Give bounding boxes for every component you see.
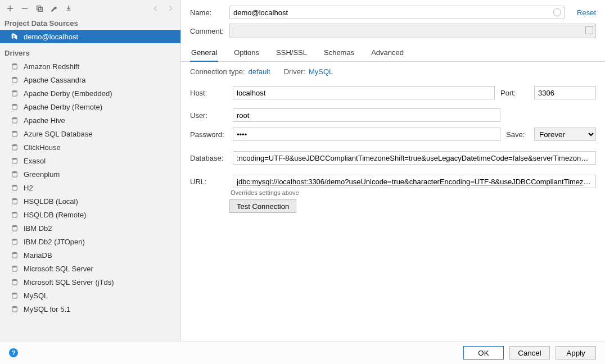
driver-item[interactable]: MySQL for 5.1 bbox=[0, 302, 180, 316]
svg-point-8 bbox=[12, 144, 17, 147]
driver-item[interactable]: IBM Db2 bbox=[0, 221, 180, 235]
wrench-icon[interactable] bbox=[48, 3, 60, 14]
password-input[interactable] bbox=[233, 128, 500, 141]
driver-label: H2 bbox=[24, 184, 33, 192]
driver-icon bbox=[10, 62, 19, 71]
svg-point-6 bbox=[12, 117, 17, 120]
remove-icon[interactable] bbox=[19, 3, 30, 14]
driver-item[interactable]: Microsoft SQL Server bbox=[0, 262, 180, 275]
user-label: User: bbox=[190, 111, 227, 120]
driver-icon bbox=[10, 291, 19, 300]
drivers-list: Amazon RedshiftApache CassandraApache De… bbox=[0, 60, 180, 316]
connection-type-value[interactable]: default bbox=[249, 67, 270, 76]
expand-icon[interactable] bbox=[585, 26, 593, 34]
driver-icon bbox=[10, 197, 19, 206]
driver-item[interactable]: Apache Derby (Embedded) bbox=[0, 87, 180, 100]
back-icon bbox=[150, 3, 161, 14]
test-connection-button[interactable]: Test Connection bbox=[229, 199, 296, 213]
driver-icon bbox=[10, 210, 19, 219]
driver-label: Microsoft SQL Server bbox=[24, 265, 93, 273]
svg-point-17 bbox=[12, 266, 17, 268]
color-circle-icon[interactable] bbox=[553, 8, 561, 16]
tab-general[interactable]: General bbox=[190, 48, 218, 61]
driver-label: Driver: bbox=[284, 67, 305, 76]
svg-point-18 bbox=[12, 279, 17, 281]
driver-item[interactable]: Apache Cassandra bbox=[0, 73, 180, 87]
driver-item[interactable]: Microsoft SQL Server (jTds) bbox=[0, 275, 180, 289]
save-select[interactable]: Forever bbox=[534, 128, 596, 141]
database-input[interactable] bbox=[233, 151, 596, 165]
dialog-footer: ? OK Cancel Apply bbox=[0, 341, 605, 364]
driver-item[interactable]: Exasol bbox=[0, 154, 180, 167]
add-icon[interactable] bbox=[4, 3, 16, 14]
driver-item[interactable]: MariaDB bbox=[0, 248, 180, 262]
comment-label: Comment: bbox=[190, 27, 224, 35]
data-source-item[interactable]: demo@localhost bbox=[0, 30, 180, 43]
driver-label: HSQLDB (Local) bbox=[24, 197, 78, 206]
tab-advanced[interactable]: Advanced bbox=[370, 48, 405, 61]
cancel-button[interactable]: Cancel bbox=[509, 346, 550, 360]
driver-item[interactable]: HSQLDB (Remote) bbox=[0, 208, 180, 221]
svg-point-13 bbox=[12, 212, 17, 214]
port-input[interactable] bbox=[534, 86, 596, 99]
tab-bar: GeneralOptionsSSH/SSLSchemasAdvanced bbox=[181, 43, 605, 62]
tab-options[interactable]: Options bbox=[233, 48, 260, 61]
apply-button[interactable]: Apply bbox=[556, 346, 596, 360]
driver-item[interactable]: IBM Db2 (JTOpen) bbox=[0, 235, 180, 248]
driver-label: Microsoft SQL Server (jTds) bbox=[24, 278, 114, 286]
user-input[interactable] bbox=[233, 108, 500, 122]
reset-link[interactable]: Reset bbox=[577, 8, 596, 17]
detail-pane: Name: Reset Comment: GeneralOptionsSSH/S… bbox=[181, 0, 605, 341]
svg-point-9 bbox=[12, 158, 17, 160]
driver-label: HSQLDB (Remote) bbox=[24, 211, 86, 219]
driver-icon bbox=[10, 170, 19, 179]
driver-icon bbox=[10, 129, 19, 138]
host-input[interactable] bbox=[233, 86, 495, 99]
driver-item[interactable]: MySQL bbox=[0, 289, 180, 302]
driver-icon bbox=[10, 304, 19, 313]
driver-icon bbox=[10, 116, 19, 125]
svg-point-2 bbox=[12, 63, 17, 66]
driver-icon bbox=[10, 224, 19, 233]
overrides-note: Overrides settings above bbox=[181, 189, 605, 196]
driver-label: IBM Db2 (JTOpen) bbox=[24, 238, 85, 246]
svg-point-16 bbox=[12, 252, 17, 254]
driver-label: Apache Derby (Embedded) bbox=[24, 89, 112, 98]
copy-icon[interactable] bbox=[34, 3, 45, 14]
url-label: URL: bbox=[190, 178, 227, 186]
ok-button[interactable]: OK bbox=[463, 346, 504, 360]
comment-input[interactable] bbox=[229, 24, 596, 38]
svg-point-20 bbox=[12, 306, 17, 308]
driver-label: MySQL for 5.1 bbox=[24, 305, 70, 313]
driver-item[interactable]: Greenplum bbox=[0, 167, 180, 181]
driver-value[interactable]: MySQL bbox=[309, 67, 333, 76]
tab-schemas[interactable]: Schemas bbox=[323, 48, 355, 61]
url-input[interactable] bbox=[233, 175, 596, 188]
driver-icon bbox=[10, 237, 19, 246]
help-icon[interactable]: ? bbox=[9, 348, 18, 357]
driver-item[interactable]: Apache Derby (Remote) bbox=[0, 100, 180, 113]
svg-point-7 bbox=[12, 131, 17, 133]
driver-label: Azure SQL Database bbox=[24, 130, 92, 138]
driver-item[interactable]: Amazon Redshift bbox=[0, 60, 180, 73]
driver-icon bbox=[10, 89, 19, 98]
svg-point-3 bbox=[12, 77, 17, 79]
driver-label: IBM Db2 bbox=[24, 224, 52, 233]
driver-item[interactable]: Apache Hive bbox=[0, 113, 180, 127]
driver-label: MySQL bbox=[24, 292, 48, 300]
driver-label: Apache Derby (Remote) bbox=[24, 103, 102, 111]
driver-icon bbox=[10, 156, 19, 165]
tab-ssh-ssl[interactable]: SSH/SSL bbox=[275, 48, 308, 61]
driver-label: MariaDB bbox=[24, 251, 52, 260]
name-label: Name: bbox=[190, 8, 224, 17]
driver-icon bbox=[10, 264, 19, 273]
driver-item[interactable]: Azure SQL Database bbox=[0, 127, 180, 140]
name-input[interactable] bbox=[229, 6, 565, 19]
driver-icon bbox=[10, 277, 19, 286]
driver-item[interactable]: ClickHouse bbox=[0, 140, 180, 154]
port-label: Port: bbox=[500, 89, 529, 97]
driver-item[interactable]: HSQLDB (Local) bbox=[0, 194, 180, 208]
driver-item[interactable]: H2 bbox=[0, 181, 180, 194]
import-icon[interactable] bbox=[63, 3, 74, 14]
driver-label: Apache Cassandra bbox=[24, 76, 86, 84]
